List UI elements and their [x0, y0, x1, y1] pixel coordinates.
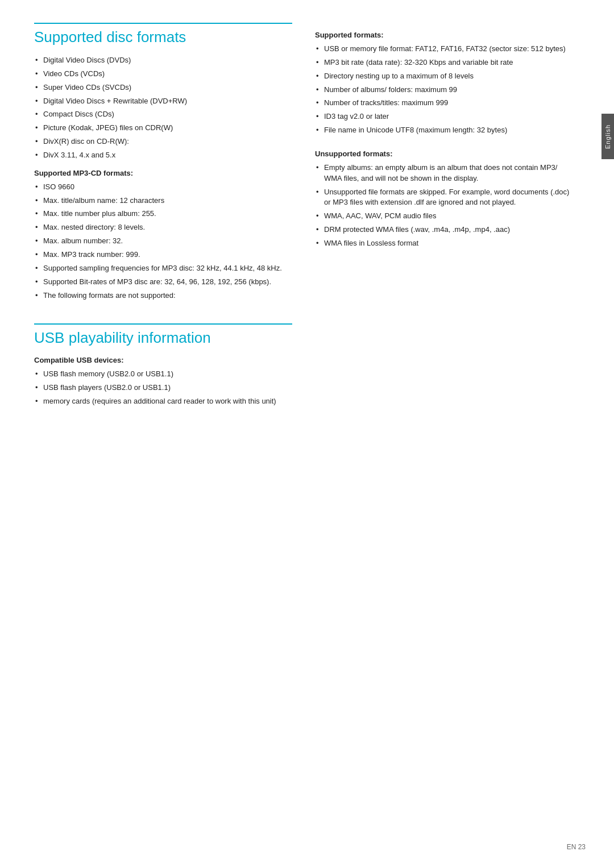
list-item: Digital Video Discs (DVDs) [34, 55, 292, 66]
list-item: Unsupported file formats are skipped. Fo… [315, 187, 573, 209]
list-item: Supported Bit-rates of MP3 disc are: 32,… [34, 277, 292, 288]
list-item: USB flash players (USB2.0 or USB1.1) [34, 383, 292, 393]
mp3cd-subtitle: Supported MP3-CD formats: [34, 169, 292, 177]
usb-section: USB playability information Compatible U… [34, 323, 292, 407]
page-footer: EN 23 [567, 843, 586, 851]
list-item: Number of albums/ folders: maximum 99 [315, 85, 573, 95]
list-item: Empty albums: an empty album is an album… [315, 163, 573, 184]
unsupported-formats-subtitle: Unsupported formats: [315, 149, 573, 158]
disc-formats-list: Digital Video Discs (DVDs) Video CDs (VC… [34, 55, 292, 161]
usb-section-title: USB playability information [34, 323, 292, 347]
list-item: Compact Discs (CDs) [34, 109, 292, 120]
list-item: MP3 bit rate (data rate): 32-320 Kbps an… [315, 57, 573, 68]
list-item: Max. MP3 track number: 999. [34, 250, 292, 260]
mp3cd-list: ISO 9660 Max. title/album name: 12 chara… [34, 182, 292, 301]
list-item: Picture (Kodak, JPEG) files on CDR(W) [34, 123, 292, 134]
list-item: Number of tracks/titles: maximum 999 [315, 98, 573, 109]
list-item: File name in Unicode UTF8 (maximum lengt… [315, 125, 573, 136]
left-column: Supported disc formats Digital Video Dis… [34, 23, 292, 845]
list-item: WMA files in Lossless format [315, 238, 573, 249]
list-item: Max. nested directory: 8 levels. [34, 222, 292, 233]
list-item: Super Video CDs (SVCDs) [34, 82, 292, 93]
language-tab: English [601, 114, 614, 159]
list-item: Video CDs (VCDs) [34, 69, 292, 80]
list-item: memory cards (requires an additional car… [34, 396, 292, 407]
usb-compatible-list: USB flash memory (USB2.0 or USB1.1) USB … [34, 369, 292, 407]
list-item: WMA, AAC, WAV, PCM audio files [315, 211, 573, 222]
disc-formats-section: Supported disc formats Digital Video Dis… [34, 23, 292, 301]
supported-formats-subtitle: Supported formats: [315, 31, 573, 39]
disc-formats-title: Supported disc formats [34, 23, 292, 46]
list-item: USB flash memory (USB2.0 or USB1.1) [34, 369, 292, 380]
list-item: DivX 3.11, 4.x and 5.x [34, 150, 292, 161]
list-item: Max. title/album name: 12 characters [34, 196, 292, 206]
list-item: DRM protected WMA files (.wav, .m4a, .m4… [315, 225, 573, 235]
list-item: DivX(R) disc on CD-R(W): [34, 136, 292, 147]
list-item: Max. title number plus album: 255. [34, 209, 292, 219]
supported-formats-list: USB or memory file format: FAT12, FAT16,… [315, 44, 573, 136]
list-item: Digital Video Discs + Rewritable (DVD+RW… [34, 96, 292, 107]
list-item: Max. album number: 32. [34, 236, 292, 247]
list-item: Directory nesting up to a maximum of 8 l… [315, 71, 573, 82]
list-item: The following formats are not supported: [34, 290, 292, 301]
main-content: Supported disc formats Digital Video Dis… [0, 0, 601, 868]
list-item: USB or memory file format: FAT12, FAT16,… [315, 44, 573, 55]
list-item: Supported sampling frequencies for MP3 d… [34, 263, 292, 274]
right-column: Supported formats: USB or memory file fo… [315, 23, 573, 845]
compatible-usb-subtitle: Compatible USB devices: [34, 356, 292, 364]
list-item: ISO 9660 [34, 182, 292, 193]
unsupported-formats-list: Empty albums: an empty album is an album… [315, 163, 573, 249]
page-container: English Supported disc formats Digital V… [0, 0, 614, 868]
list-item: ID3 tag v2.0 or later [315, 111, 573, 122]
